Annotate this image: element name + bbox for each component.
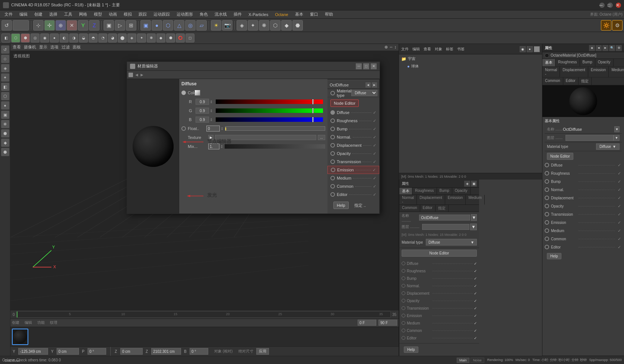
oct-tab-bump[interactable]: Bump xyxy=(580,59,595,66)
toolbar-texture-group[interactable]: 纹理 xyxy=(50,320,57,325)
sidebar-icon-12[interactable]: ⬣ xyxy=(1,148,9,156)
g-value-input[interactable] xyxy=(196,108,209,114)
oct-tab-editor[interactable]: Editor xyxy=(563,77,579,85)
tb2-btn-2[interactable]: ⬡ xyxy=(11,34,20,42)
viewport-filter-btn[interactable]: 过滤 xyxy=(61,44,70,50)
mat-maximize-btn[interactable]: □ xyxy=(363,63,369,69)
nurbs-tool[interactable]: ❋ xyxy=(259,20,269,31)
sphere-tool[interactable]: ● xyxy=(152,20,162,31)
viewport-view-btn[interactable]: 查看 xyxy=(13,44,21,50)
sidebar-icon-10[interactable]: ⬢ xyxy=(1,129,9,137)
menu-motion-track[interactable]: 运动跟踪 xyxy=(151,11,173,18)
cylinder-tool[interactable]: ⬡ xyxy=(163,20,173,31)
oct-tab-roughness[interactable]: Roughness xyxy=(555,59,580,66)
torus-tool[interactable]: ◎ xyxy=(185,20,196,31)
oct-prop-common[interactable]: Common✓ xyxy=(545,235,622,243)
prop-tab-assign[interactable]: 指定 xyxy=(435,205,449,212)
prop-mode-1[interactable]: ◈ xyxy=(464,181,470,187)
menu-pipeline[interactable]: 流水线 xyxy=(212,11,230,18)
prop-tab-editor[interactable]: Editor xyxy=(420,205,435,212)
tb2-btn-8[interactable]: ◑ xyxy=(69,34,78,42)
tb2-btn-11[interactable]: ◔ xyxy=(98,34,107,42)
oct-icon-settings[interactable]: ⚙ xyxy=(616,45,622,51)
camera-tool[interactable]: 📷 xyxy=(222,20,232,31)
sidebar-icon-8[interactable]: ▣ xyxy=(1,111,9,119)
oct-help-btn[interactable]: Help xyxy=(547,253,561,259)
apply-button[interactable]: 应用 xyxy=(256,348,269,355)
prop-image-btn[interactable]: ▼ xyxy=(470,224,477,230)
close-button[interactable]: ✕ xyxy=(616,3,621,8)
b-slider[interactable] xyxy=(216,117,323,122)
coord-p-input[interactable] xyxy=(88,348,106,355)
tb2-btn-4[interactable]: ◎ xyxy=(31,34,39,42)
oct-name-input[interactable] xyxy=(563,127,614,132)
r-slider[interactable] xyxy=(216,99,323,104)
obj-panel-edit[interactable]: 编辑 xyxy=(412,47,420,52)
obj-panel-tags[interactable]: 标签 xyxy=(446,47,453,52)
menu-octane[interactable]: Octane xyxy=(272,12,291,18)
obj-panel-bookmarks[interactable]: 书签 xyxy=(457,47,465,52)
prop-item-editor[interactable]: Editor✓ xyxy=(401,334,478,342)
tb2-btn-20[interactable]: ◻ xyxy=(186,34,194,42)
sidebar-icon-6[interactable]: ⬡ xyxy=(1,92,9,100)
menu-animate[interactable]: 动画 xyxy=(106,11,120,18)
oct-prop-opacity[interactable]: Opacity✓ xyxy=(545,202,622,210)
menu-basic[interactable]: 基本 xyxy=(292,11,306,18)
mat-editor-titlebar[interactable]: 材质编辑器 ─ □ ✕ xyxy=(127,62,380,71)
tb2-btn-17[interactable]: ◆ xyxy=(156,34,165,42)
menu-plugin[interactable]: 插件 xyxy=(231,11,245,18)
menu-edit[interactable]: 编辑 xyxy=(16,11,31,18)
oct-tab-displacement[interactable]: Displacement xyxy=(560,67,588,77)
object-tool[interactable]: ◆ xyxy=(281,20,292,31)
obj-universe[interactable]: 📁 宇宙 xyxy=(400,55,541,63)
deform-tool[interactable]: ◈ xyxy=(237,20,247,31)
prop-tab-emission[interactable]: Emission xyxy=(445,195,466,205)
tb2-btn-5[interactable]: ◉ xyxy=(40,34,49,42)
mat-section-common[interactable]: Common✓ xyxy=(327,182,379,190)
mat-section-transmission[interactable]: Transmission✓ xyxy=(327,158,379,166)
toolbar-func-group[interactable]: 功能 xyxy=(37,320,45,325)
viewport-panel-btn[interactable]: 面板 xyxy=(73,44,81,50)
sidebar-icon-3[interactable]: ◈ xyxy=(1,64,9,72)
menu-simulate[interactable]: 模拟 xyxy=(121,11,135,18)
mat-assign-btn[interactable]: 指定 .. xyxy=(354,203,366,208)
oct-icon-3[interactable]: ► xyxy=(602,45,608,51)
color-radio[interactable] xyxy=(181,91,186,95)
oct-tab-opacity[interactable]: Opacity xyxy=(595,59,614,66)
frame-btn[interactable]: ▣ xyxy=(104,20,114,31)
viewport-camera-btn[interactable]: 摄像机 xyxy=(24,44,36,50)
end-frame-input[interactable] xyxy=(378,320,397,326)
menu-mesh[interactable]: 网格 xyxy=(76,11,90,18)
tb2-btn-9[interactable]: ◒ xyxy=(79,34,88,42)
oct-tab-emission[interactable]: Emission xyxy=(588,67,609,77)
r-value-input[interactable] xyxy=(196,99,209,105)
coord-y2-input[interactable] xyxy=(57,348,79,355)
menu-window[interactable]: 窗口 xyxy=(307,11,321,18)
mix-bar[interactable] xyxy=(225,144,325,149)
oct-tab-normal[interactable]: Normal - xyxy=(542,67,560,77)
prop-name-btn[interactable]: ▼ xyxy=(471,214,477,221)
z-axis[interactable]: Z xyxy=(89,20,99,31)
oct-node-editor-btn[interactable]: Node Editor xyxy=(547,153,573,160)
menu-help[interactable]: 帮助 xyxy=(322,11,336,18)
cube-tool[interactable]: ▣ xyxy=(140,20,151,31)
poly-tool[interactable]: ⬡ xyxy=(270,20,281,31)
y-axis[interactable]: Y xyxy=(78,20,88,31)
timeline-track[interactable]: 5 10 15 20 25 30 35 xyxy=(16,311,391,318)
oct-icon-2[interactable]: ◄ xyxy=(596,45,602,51)
mat-section-diffuse[interactable]: Diffuse✓ xyxy=(327,108,379,117)
texture-more-btn[interactable]: ... xyxy=(318,135,325,140)
oct-prop-diffuse[interactable]: Diffuse✓ xyxy=(545,161,622,169)
sidebar-icon-4[interactable]: ✦ xyxy=(1,73,9,82)
mat-help-btn[interactable]: Help xyxy=(333,202,349,209)
sidebar-icon-5[interactable]: ◧ xyxy=(1,83,9,91)
mat-name-icon-1[interactable]: ◄ xyxy=(365,82,371,88)
prop-name-input[interactable] xyxy=(419,215,470,221)
mat-section-roughness[interactable]: Roughness✓ xyxy=(327,117,379,125)
sidebar-icon-2[interactable]: ⊹ xyxy=(1,55,9,63)
material-thumb-1[interactable] xyxy=(12,329,28,345)
mat-section-opacity[interactable]: Opacity✓ xyxy=(327,149,379,158)
grid-btn[interactable]: ⊞ xyxy=(126,20,136,31)
oct-prop-normal[interactable]: Normal.✓ xyxy=(545,186,622,193)
mat-section-displacement[interactable]: Displacement✓ xyxy=(327,141,379,149)
